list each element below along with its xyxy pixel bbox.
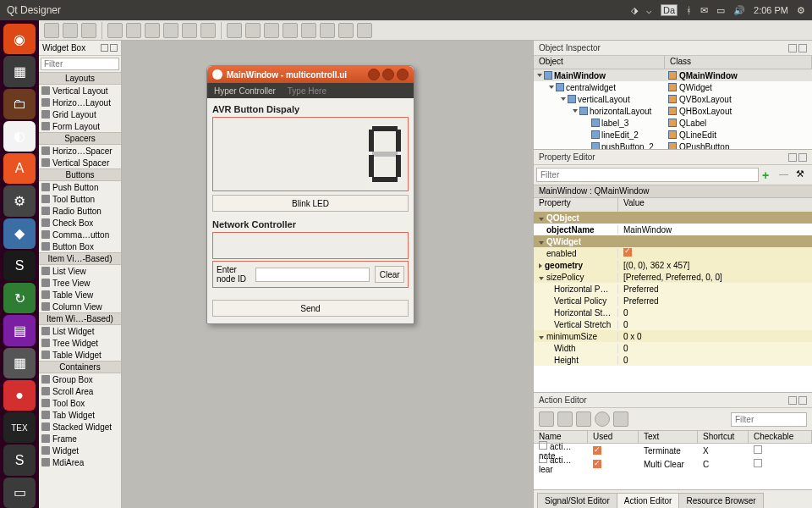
widget-item[interactable]: Comma…utton bbox=[39, 229, 121, 240]
dock-icon[interactable] bbox=[101, 44, 108, 52]
minimize-button[interactable] bbox=[368, 69, 380, 80]
tb-new[interactable] bbox=[44, 23, 59, 38]
new-action-icon[interactable] bbox=[539, 411, 554, 427]
tb-save[interactable] bbox=[81, 23, 96, 38]
launcher-app2[interactable]: S bbox=[3, 251, 36, 281]
tb-cut[interactable] bbox=[126, 23, 141, 38]
tb-layout-f[interactable] bbox=[283, 23, 298, 38]
object-tree-row[interactable]: horizontalLayoutQHBoxLayout bbox=[534, 105, 812, 117]
close-icon[interactable] bbox=[798, 44, 807, 52]
property-row[interactable]: QObject bbox=[534, 212, 812, 224]
launcher-sublime[interactable]: S bbox=[3, 444, 36, 475]
bottom-tab[interactable]: Signal/Slot Editor bbox=[537, 493, 617, 508]
widget-item[interactable]: Frame bbox=[39, 433, 121, 444]
widget-item[interactable]: Table View bbox=[39, 289, 121, 301]
send-button[interactable]: Send bbox=[212, 300, 409, 317]
remove-prop-icon[interactable]: — bbox=[779, 168, 793, 182]
widget-category[interactable]: Containers bbox=[39, 361, 121, 373]
launcher-app3[interactable]: ↻ bbox=[3, 283, 36, 313]
configure-action-icon[interactable] bbox=[613, 411, 628, 427]
property-row[interactable]: objectNameMainWindow bbox=[534, 224, 812, 235]
menu-typehere[interactable]: Type Here bbox=[288, 86, 326, 96]
launcher-folder[interactable]: 🗀 bbox=[3, 89, 36, 119]
property-row[interactable]: Width0 bbox=[534, 342, 812, 354]
object-tree-row[interactable]: MainWindowQMainWindow bbox=[534, 69, 812, 81]
tb-paste[interactable] bbox=[163, 23, 178, 38]
launcher-chrome[interactable]: ◐ bbox=[3, 121, 36, 152]
widget-item[interactable]: Table Widget bbox=[39, 349, 121, 361]
bluetooth-icon[interactable]: ᚼ bbox=[686, 5, 692, 15]
widget-item[interactable]: Scroll Area bbox=[39, 385, 121, 397]
object-tree-row[interactable]: verticalLayoutQVBoxLayout bbox=[534, 93, 812, 105]
node-id-input[interactable] bbox=[255, 268, 370, 282]
widget-item[interactable]: Radio Button bbox=[39, 205, 121, 217]
tb-break[interactable] bbox=[338, 23, 354, 38]
launcher-tex[interactable]: TEX bbox=[3, 412, 36, 443]
delete-action-icon[interactable] bbox=[595, 411, 610, 427]
widget-item[interactable]: Push Button bbox=[39, 181, 121, 193]
dock-icon[interactable] bbox=[788, 44, 797, 52]
launcher-app4[interactable]: ▤ bbox=[3, 315, 36, 345]
preview-menubar[interactable]: Hyper Controller Type Here bbox=[207, 83, 414, 98]
close-icon[interactable] bbox=[798, 396, 807, 405]
property-row[interactable]: enabled bbox=[534, 247, 812, 259]
widget-item[interactable]: Form Layout bbox=[39, 120, 121, 132]
object-tree-row[interactable]: label_3QLabel bbox=[534, 117, 812, 129]
config-icon[interactable]: ⚒ bbox=[796, 168, 809, 182]
widget-category[interactable]: Spacers bbox=[39, 132, 121, 145]
close-icon[interactable] bbox=[110, 44, 118, 52]
object-tree[interactable]: MainWindowQMainWindowcentralwidgetQWidge… bbox=[534, 69, 812, 149]
tb-layout-h[interactable] bbox=[227, 23, 242, 38]
object-tree-row[interactable]: lineEdit_2QLineEdit bbox=[534, 129, 812, 141]
property-filter[interactable] bbox=[536, 168, 759, 182]
launcher-terminal[interactable]: ▭ bbox=[3, 478, 36, 508]
property-list[interactable]: QObjectobjectNameMainWindowQWidgetenable… bbox=[534, 212, 812, 392]
widget-box-filter[interactable] bbox=[41, 58, 119, 70]
widget-item[interactable]: Tree View bbox=[39, 277, 121, 289]
tb-layout-v[interactable] bbox=[245, 23, 261, 38]
property-row[interactable]: Vertical Stretch0 bbox=[534, 318, 812, 330]
paste-action-icon[interactable] bbox=[576, 411, 591, 427]
widget-category[interactable]: Buttons bbox=[39, 168, 121, 181]
widget-item[interactable]: Horizo…Spacer bbox=[39, 145, 121, 157]
launcher-settings[interactable]: ⚙ bbox=[3, 185, 36, 216]
tb-undo[interactable] bbox=[107, 23, 123, 38]
clear-button[interactable]: Clear bbox=[375, 266, 404, 283]
launcher-dash[interactable]: ◉ bbox=[3, 24, 36, 54]
property-row[interactable]: QWidget bbox=[534, 235, 812, 247]
launcher-app1[interactable]: ◆ bbox=[3, 218, 36, 249]
tb-b5[interactable] bbox=[182, 23, 197, 38]
dropbox-icon[interactable]: ⬗ bbox=[631, 5, 638, 16]
clock[interactable]: 2:06 PM bbox=[754, 5, 788, 15]
bottom-tab[interactable]: Action Editor bbox=[617, 493, 680, 508]
property-row[interactable]: Horizontal P…Preferred bbox=[534, 283, 812, 295]
tb-layout-s2[interactable] bbox=[320, 23, 335, 38]
object-tree-row[interactable]: pushButton_2QPushButton bbox=[534, 141, 812, 149]
widget-item[interactable]: Tool Button bbox=[39, 193, 121, 205]
object-tree-row[interactable]: centralwidgetQWidget bbox=[534, 81, 812, 93]
property-row[interactable]: sizePolicy[Preferred, Preferred, 0, 0] bbox=[534, 271, 812, 283]
tb-open[interactable] bbox=[63, 23, 78, 38]
widget-item[interactable]: Tool Box bbox=[39, 397, 121, 409]
menu-hyper[interactable]: Hyper Controller bbox=[214, 86, 276, 96]
widget-category[interactable]: Item Vi…-Based) bbox=[39, 252, 121, 265]
action-list[interactable]: acti…nateTerminateXacti…learMulti ClearC bbox=[534, 444, 812, 489]
widget-item[interactable]: Group Box bbox=[39, 373, 121, 385]
launcher-workspace[interactable]: ▦ bbox=[3, 348, 36, 378]
dock-icon[interactable] bbox=[788, 153, 797, 162]
keyboard-lang[interactable]: Da bbox=[661, 4, 678, 16]
widget-category[interactable]: Layouts bbox=[39, 72, 121, 85]
widget-item[interactable]: Widget bbox=[39, 444, 121, 456]
tb-copy[interactable] bbox=[145, 23, 160, 38]
form-canvas[interactable]: MainWindow - multicontroll.ui Hyper Cont… bbox=[122, 41, 533, 508]
property-row[interactable]: geometry[(0, 0), 362 x 457] bbox=[534, 259, 812, 271]
widget-item[interactable]: Vertical Spacer bbox=[39, 157, 121, 168]
blink-led-button[interactable]: Blink LED bbox=[212, 195, 409, 212]
widget-item[interactable]: List View bbox=[39, 265, 121, 277]
dock-icon[interactable] bbox=[788, 396, 797, 405]
add-dynamic-prop-icon[interactable]: + bbox=[762, 168, 776, 182]
tb-layout-g[interactable] bbox=[264, 23, 279, 38]
tb-layout-s1[interactable] bbox=[301, 23, 316, 38]
launcher-files[interactable]: ▦ bbox=[3, 56, 36, 86]
action-filter[interactable] bbox=[731, 412, 807, 427]
